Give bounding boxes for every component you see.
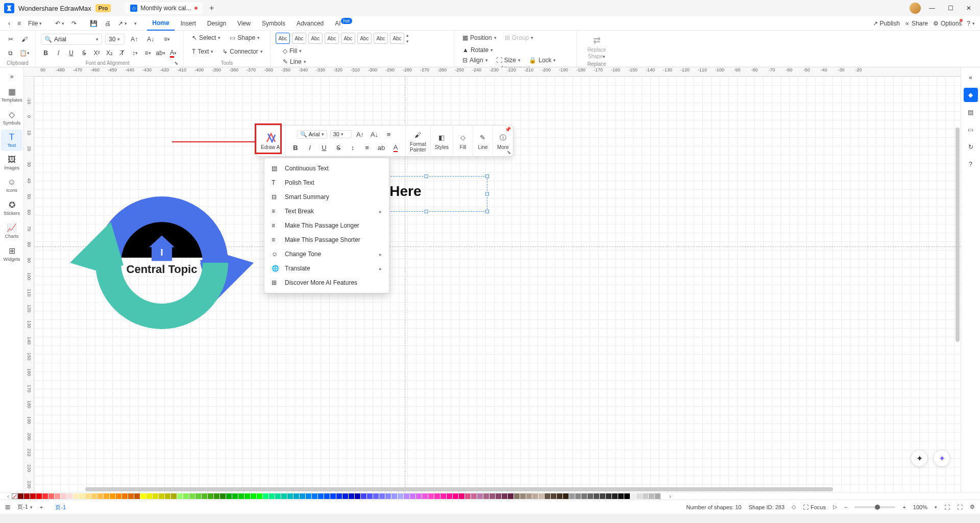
color-swatch[interactable] (67, 493, 72, 499)
color-swatch[interactable] (324, 493, 330, 499)
color-swatch[interactable] (532, 493, 538, 499)
color-swatch[interactable] (165, 493, 170, 499)
lock-dropdown[interactable]: 🔒 Lock▾ (526, 55, 559, 65)
color-swatch[interactable] (55, 493, 60, 499)
rail-charts[interactable]: 📈Charts (1, 220, 22, 242)
color-swatch[interactable] (73, 493, 79, 499)
zoom-dropdown[interactable]: ▾ (935, 505, 937, 510)
color-swatch[interactable] (128, 493, 134, 499)
float-bullets[interactable]: ≡ (361, 142, 373, 153)
ai-menu-item[interactable]: ≡Make This Passage Shorter (264, 233, 389, 247)
status-play-icon[interactable]: ▷ (833, 504, 837, 510)
color-swatch[interactable] (18, 493, 23, 499)
color-swatch[interactable] (379, 493, 385, 499)
window-close-icon[interactable]: ✕ (962, 1, 976, 15)
color-swatch[interactable] (122, 493, 128, 499)
color-swatch[interactable] (110, 493, 115, 499)
hamburger-icon[interactable]: ≡ (14, 18, 24, 29)
right-rail-collapse-icon[interactable]: « (964, 70, 978, 85)
colorbar-right-arrow[interactable]: › (667, 493, 673, 500)
font-size-select[interactable]: 30▾ (105, 34, 125, 45)
decrease-font-icon[interactable]: A↓ (144, 33, 157, 46)
color-swatch[interactable] (440, 493, 446, 499)
superscript-button[interactable]: X² (92, 46, 102, 60)
color-swatch[interactable] (630, 493, 636, 499)
status-nav-icon[interactable]: ◇ (792, 504, 796, 510)
redo-button[interactable]: ↷ (68, 18, 80, 29)
publish-button[interactable]: ↗ Publish (873, 20, 900, 27)
tab-insert[interactable]: Insert (176, 17, 201, 30)
file-menu[interactable]: File ▾ (25, 18, 45, 29)
color-swatch[interactable] (349, 493, 354, 499)
color-swatch[interactable] (300, 493, 305, 499)
color-swatch[interactable] (48, 493, 54, 499)
color-swatch[interactable] (97, 493, 103, 499)
color-swatch[interactable] (453, 493, 458, 499)
color-swatch[interactable] (24, 493, 30, 499)
tab-ai[interactable]: AIhot (330, 17, 357, 30)
right-rail-present-icon[interactable]: ▭ (964, 122, 978, 137)
color-swatch[interactable] (643, 493, 648, 499)
settings-gear-icon[interactable]: ⚙ (970, 504, 975, 510)
float-case[interactable]: ab (376, 142, 387, 153)
float-size-select[interactable]: 30 ▾ (330, 130, 352, 138)
paste-button[interactable]: 📋▾ (19, 46, 31, 60)
fullscreen-icon[interactable]: ⛶ (957, 504, 963, 510)
font-group-expand[interactable]: ⬊ (174, 60, 178, 66)
color-swatch[interactable] (355, 493, 360, 499)
document-tab[interactable]: ◇ Monthly work cal... (125, 3, 202, 14)
shape-tool[interactable]: ▭ Shape▾ (227, 33, 263, 43)
replace-shape-button[interactable]: ⇄ Replace Shape▾ (582, 33, 611, 61)
vertical-scrollbar[interactable] (955, 128, 960, 342)
style-thumb-4[interactable]: Abc (325, 33, 339, 44)
float-align[interactable]: ≡ (383, 129, 395, 140)
underline-button[interactable]: U (66, 46, 76, 60)
color-swatch[interactable] (594, 493, 599, 499)
color-swatch[interactable] (422, 493, 428, 499)
resize-handle-br[interactable] (485, 210, 489, 213)
float-decrease-font[interactable]: A↓ (369, 129, 380, 140)
color-swatch[interactable] (104, 493, 109, 499)
resize-handle-mr[interactable] (485, 192, 489, 196)
zoom-slider[interactable] (854, 506, 895, 508)
strikethrough-button[interactable]: S̶ (79, 46, 89, 60)
line-spacing-button[interactable]: ↕▾ (130, 46, 140, 60)
color-swatch[interactable] (293, 493, 299, 499)
float-italic[interactable]: I (304, 142, 315, 153)
line-dropdown[interactable]: ✎ Line▾ (280, 57, 320, 67)
color-swatch[interactable] (661, 493, 667, 499)
color-swatch[interactable] (606, 493, 611, 499)
format-painter-button[interactable]: 🖌 (19, 33, 31, 46)
color-swatch[interactable] (232, 493, 238, 499)
color-swatch[interactable] (649, 493, 654, 499)
rail-widgets[interactable]: ⊞Widgets (1, 243, 22, 265)
color-swatch[interactable] (195, 493, 201, 499)
color-swatch[interactable] (91, 493, 97, 499)
status-focus-button[interactable]: ⛶ Focus (803, 504, 826, 510)
color-swatch[interactable] (177, 493, 183, 499)
color-swatch[interactable] (434, 493, 440, 499)
right-rail-history-icon[interactable]: ↻ (964, 140, 978, 154)
color-swatch[interactable] (116, 493, 121, 499)
float-fill-button[interactable]: ◇Fill (453, 126, 473, 156)
color-swatch[interactable] (538, 493, 544, 499)
color-swatch[interactable] (520, 493, 526, 499)
rail-icons[interactable]: ☺Icons (1, 175, 22, 196)
size-dropdown[interactable]: ⛶ Size▾ (493, 55, 524, 65)
style-thumb-2[interactable]: Abc (292, 33, 306, 44)
color-swatch[interactable] (587, 493, 593, 499)
tab-add-button[interactable]: + (207, 3, 217, 13)
tab-symbols[interactable]: Symbols (257, 17, 290, 30)
color-swatch[interactable] (238, 493, 244, 499)
color-swatch[interactable] (514, 493, 520, 499)
zoom-in-button[interactable]: + (902, 504, 905, 510)
ai-menu-item[interactable]: ≡Text Break▸ (264, 204, 389, 218)
resize-handle-tc[interactable] (425, 175, 428, 178)
tab-view[interactable]: View (232, 17, 256, 30)
connector-tool[interactable]: ↳ Connector▾ (219, 46, 265, 57)
color-swatch[interactable] (557, 493, 562, 499)
color-swatch[interactable] (189, 493, 195, 499)
color-swatch[interactable] (416, 493, 422, 499)
undo-button[interactable]: ↶ ▾ (52, 18, 67, 29)
right-rail-style-icon[interactable]: ◆ (964, 88, 978, 102)
